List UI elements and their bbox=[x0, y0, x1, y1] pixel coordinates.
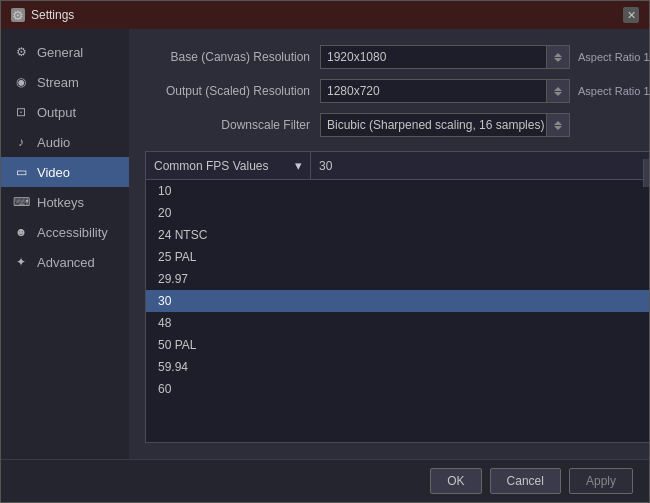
fps-list-item[interactable]: 59.94 bbox=[146, 356, 649, 378]
output-resolution-row: Output (Scaled) Resolution 1280x720 Aspe… bbox=[145, 79, 649, 103]
sidebar-item-general[interactable]: ⚙ General bbox=[1, 37, 129, 67]
output-resolution-select-wrapper: 1280x720 bbox=[320, 79, 570, 103]
fps-type-select[interactable]: Common FPS Values ▾ bbox=[146, 152, 311, 180]
advanced-icon: ✦ bbox=[13, 254, 29, 270]
window-title: Settings bbox=[31, 8, 74, 22]
settings-window: ⚙ Settings ✕ ⚙ General ◉ Stream ⊡ Output… bbox=[0, 0, 650, 503]
sidebar-label-stream: Stream bbox=[37, 75, 79, 90]
fps-value-area: 30 bbox=[311, 159, 649, 173]
close-button[interactable]: ✕ bbox=[623, 7, 639, 23]
accessibility-icon: ☻ bbox=[13, 224, 29, 240]
sidebar-label-hotkeys: Hotkeys bbox=[37, 195, 84, 210]
base-resolution-select[interactable]: 1920x1080 bbox=[320, 45, 570, 69]
fps-list-item[interactable]: 48 bbox=[146, 312, 649, 334]
sidebar-item-output[interactable]: ⊡ Output bbox=[1, 97, 129, 127]
fps-list-item[interactable]: 60 bbox=[146, 378, 649, 400]
downscale-filter-select-wrapper: Bicubic (Sharpened scaling, 16 samples) bbox=[320, 113, 570, 137]
sidebar-item-video[interactable]: ▭ Video bbox=[1, 157, 129, 187]
fps-type-arrow-icon: ▾ bbox=[295, 158, 302, 173]
audio-icon: ♪ bbox=[13, 134, 29, 150]
output-icon: ⊡ bbox=[13, 104, 29, 120]
ok-button[interactable]: OK bbox=[430, 468, 481, 494]
fps-header: Common FPS Values ▾ 30 bbox=[146, 152, 649, 180]
content-area: ⚙ General ◉ Stream ⊡ Output ♪ Audio ▭ Vi… bbox=[1, 29, 649, 459]
downscale-filter-label: Downscale Filter bbox=[145, 118, 320, 132]
output-resolution-label: Output (Scaled) Resolution bbox=[145, 84, 320, 98]
fps-list-item[interactable]: 20 bbox=[146, 202, 649, 224]
downscale-filter-row: Downscale Filter Bicubic (Sharpened scal… bbox=[145, 113, 649, 137]
base-resolution-row: Base (Canvas) Resolution 1920x1080 Aspec… bbox=[145, 45, 649, 69]
sidebar: ⚙ General ◉ Stream ⊡ Output ♪ Audio ▭ Vi… bbox=[1, 29, 129, 459]
title-bar: ⚙ Settings ✕ bbox=[1, 1, 649, 29]
window-icon: ⚙ bbox=[11, 8, 25, 22]
sidebar-item-stream[interactable]: ◉ Stream bbox=[1, 67, 129, 97]
sidebar-label-audio: Audio bbox=[37, 135, 70, 150]
fps-options-list: 102024 NTSC25 PAL29.97304850 PAL59.9460 bbox=[146, 180, 649, 442]
fps-type-label: Common FPS Values bbox=[154, 159, 269, 173]
fps-list-item[interactable]: 50 PAL bbox=[146, 334, 649, 356]
video-icon: ▭ bbox=[13, 164, 29, 180]
fps-list-item[interactable]: 29.97 bbox=[146, 268, 649, 290]
general-icon: ⚙ bbox=[13, 44, 29, 60]
sidebar-item-advanced[interactable]: ✦ Advanced bbox=[1, 247, 129, 277]
fps-list-item[interactable]: 24 NTSC bbox=[146, 224, 649, 246]
base-aspect-label: Aspect Ratio 16:9 bbox=[578, 51, 649, 63]
fps-list-item[interactable]: 25 PAL bbox=[146, 246, 649, 268]
fps-current-value: 30 bbox=[319, 159, 332, 173]
sidebar-label-accessibility: Accessibility bbox=[37, 225, 108, 240]
main-panel: Base (Canvas) Resolution 1920x1080 Aspec… bbox=[129, 29, 649, 459]
sidebar-item-audio[interactable]: ♪ Audio bbox=[1, 127, 129, 157]
hotkeys-icon: ⌨ bbox=[13, 194, 29, 210]
title-bar-left: ⚙ Settings bbox=[11, 8, 74, 22]
apply-button[interactable]: Apply bbox=[569, 468, 633, 494]
sidebar-item-hotkeys[interactable]: ⌨ Hotkeys bbox=[1, 187, 129, 217]
bottom-bar: OK Cancel Apply bbox=[1, 459, 649, 502]
output-aspect-label: Aspect Ratio 16:9 bbox=[578, 85, 649, 97]
base-resolution-label: Base (Canvas) Resolution bbox=[145, 50, 320, 64]
sidebar-label-advanced: Advanced bbox=[37, 255, 95, 270]
downscale-filter-select[interactable]: Bicubic (Sharpened scaling, 16 samples) bbox=[320, 113, 570, 137]
sidebar-label-general: General bbox=[37, 45, 83, 60]
cancel-button[interactable]: Cancel bbox=[490, 468, 561, 494]
sidebar-label-video: Video bbox=[37, 165, 70, 180]
sidebar-item-accessibility[interactable]: ☻ Accessibility bbox=[1, 217, 129, 247]
fps-section: Common FPS Values ▾ 30 bbox=[145, 151, 649, 443]
output-resolution-select[interactable]: 1280x720 bbox=[320, 79, 570, 103]
sidebar-label-output: Output bbox=[37, 105, 76, 120]
fps-list-item[interactable]: 10 bbox=[146, 180, 649, 202]
fps-list-item[interactable]: 30 bbox=[146, 290, 649, 312]
stream-icon: ◉ bbox=[13, 74, 29, 90]
base-resolution-select-wrapper: 1920x1080 bbox=[320, 45, 570, 69]
